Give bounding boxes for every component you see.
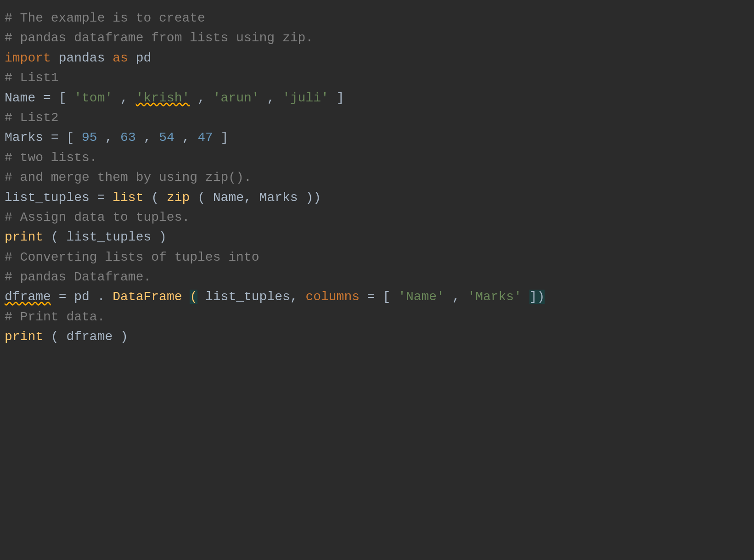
line-8: # two lists. [5, 148, 745, 168]
list-paren-open: ( [151, 190, 159, 205]
comment-two-lists: # two lists. [5, 151, 97, 165]
df-paren-open: ( [190, 290, 197, 304]
line-4: # List1 [5, 68, 745, 88]
import-alias: pd [136, 51, 152, 65]
line-1: # The example is to create [5, 8, 745, 28]
num-63: 63 [120, 130, 136, 145]
comment-converting: # Converting lists of tuples into [5, 250, 259, 264]
line-3-import: import pandas as pd [5, 48, 745, 68]
print-paren-close-1: ) [159, 230, 167, 244]
comma5: , [144, 130, 159, 145]
line-14: # pandas Dataframe. [5, 267, 745, 287]
line-12-print-list-tuples: print ( list_tuples ) [5, 227, 745, 247]
line-9: # and merge them by using zip(). [5, 168, 745, 187]
comment-assign-data: # Assign data to tuples. [5, 210, 190, 224]
import-keyword: import [5, 51, 51, 65]
comment-list1: # List1 [5, 71, 59, 85]
bracket-open: [ [59, 91, 67, 105]
cols-bracket-open: [ [383, 290, 390, 304]
code-editor: # The example is to create # pandas data… [5, 8, 745, 347]
comment-pandas-df: # pandas Dataframe. [5, 270, 151, 284]
zip-args: Name, Marks [213, 190, 298, 205]
col-name: 'Name' [398, 290, 445, 304]
line-2: # pandas dataframe from lists using zip. [5, 28, 745, 48]
comment-2: # pandas dataframe from lists using zip. [5, 31, 313, 45]
comma1: , [120, 91, 136, 105]
str-krish: 'krish' [136, 91, 190, 105]
line-6: # List2 [5, 108, 745, 128]
print-fn-1: print [5, 230, 43, 244]
line-13: # Converting lists of tuples into [5, 247, 745, 267]
line-11: # Assign data to tuples. [5, 207, 745, 227]
pd-ref: pd [74, 290, 90, 304]
marks-bracket-close: ] [221, 130, 229, 145]
num-54: 54 [159, 130, 174, 145]
columns-kw: columns [305, 290, 360, 304]
comma6: , [182, 130, 198, 145]
zip-fn: zip [167, 190, 190, 205]
list-tuples-var: list_tuples [5, 190, 90, 205]
marks-eq: = [51, 130, 67, 145]
as-keyword: as [113, 51, 128, 65]
zip-paren-close: )) [305, 190, 321, 205]
line-10-list-tuples: list_tuples = list ( zip ( Name, Marks )… [5, 188, 745, 207]
comment-merge: # and merge them by using zip(). [5, 170, 252, 185]
dot: . [97, 290, 105, 304]
print-paren-open-1: ( [51, 230, 59, 244]
str-arun: 'arun' [213, 91, 259, 105]
name-eq: = [43, 91, 59, 105]
comma2: , [197, 91, 213, 105]
line-17-print-dframe: print ( dframe ) [5, 327, 745, 347]
list-tuples-eq: = [97, 190, 113, 205]
comma4: , [105, 130, 120, 145]
columns-eq: = [367, 290, 375, 304]
cols-bracket-close: ]) [529, 290, 545, 304]
comment-list2: # List2 [5, 111, 59, 125]
print-fn-2: print [5, 330, 43, 344]
line-7-marks: Marks = [ 95 , 63 , 54 , 47 ] [5, 128, 745, 147]
df-list-tuples: list_tuples, [205, 290, 305, 304]
line-5-name: Name = [ 'tom' , 'krish' , 'arun' , 'jul… [5, 88, 745, 108]
dframe-eq: = [59, 290, 74, 304]
print-paren-close-2: ) [120, 330, 128, 344]
bracket-close: ] [337, 91, 344, 105]
marks-var: Marks [5, 130, 43, 145]
str-juli: 'juli' [282, 91, 329, 105]
col-marks: 'Marks' [467, 290, 522, 304]
dframe-arg: dframe [66, 330, 113, 344]
zip-paren-open: ( [197, 190, 205, 205]
num-95: 95 [82, 130, 97, 145]
marks-bracket-open: [ [66, 130, 74, 145]
comma3: , [267, 91, 282, 105]
dataframe-method: DataFrame [113, 290, 182, 304]
comment-print-data: # Print data. [5, 310, 105, 324]
print-paren-open-2: ( [51, 330, 59, 344]
line-16: # Print data. [5, 307, 745, 327]
import-module: pandas [59, 51, 105, 65]
comment-1: # The example is to create [5, 11, 205, 25]
dframe-var: dframe [5, 290, 51, 304]
col-comma: , [452, 290, 468, 304]
num-47: 47 [197, 130, 213, 145]
name-var: Name [5, 91, 35, 105]
str-tom: 'tom' [74, 91, 113, 105]
list-tuples-arg: list_tuples [66, 230, 151, 244]
line-15-dframe: dframe = pd . DataFrame ( list_tuples, c… [5, 287, 745, 307]
list-fn: list [113, 190, 143, 205]
